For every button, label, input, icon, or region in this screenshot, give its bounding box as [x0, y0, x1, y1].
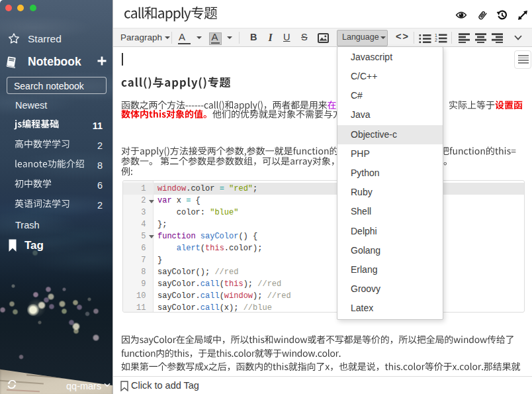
svg-text:2: 2: [435, 38, 437, 42]
svg-text:1: 1: [435, 33, 437, 38]
